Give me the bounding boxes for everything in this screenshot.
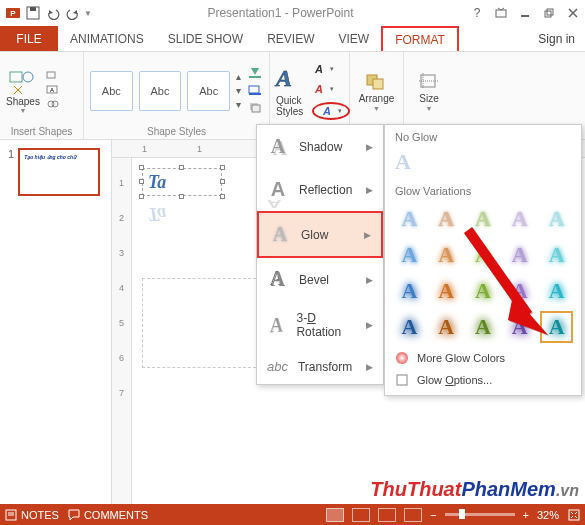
svg-text:P: P: [10, 9, 16, 18]
glow-variation[interactable]: A: [467, 311, 500, 343]
textbox-text: Ta: [142, 168, 172, 197]
menu-reflection[interactable]: AAReflection▶: [257, 168, 383, 211]
zoom-slider[interactable]: [445, 513, 515, 516]
glow-submenu: No Glow A Glow Variations AAAAAAAAAAAAAA…: [384, 124, 582, 396]
svg-rect-7: [547, 9, 553, 15]
sorter-view-icon[interactable]: [352, 508, 370, 522]
glow-options-icon: [395, 373, 409, 387]
minimize-icon[interactable]: [517, 5, 533, 21]
glow-variations-grid: AAAAAAAAAAAAAAAAAAAA: [385, 199, 581, 347]
svg-rect-19: [252, 105, 260, 112]
menu-bevel[interactable]: ABevel▶: [257, 258, 383, 301]
glow-variation[interactable]: A: [467, 239, 500, 271]
notes-button[interactable]: NOTES: [4, 508, 59, 522]
glow-variation[interactable]: A: [430, 203, 463, 235]
tab-format[interactable]: FORMAT: [381, 26, 459, 51]
glow-variation[interactable]: A: [503, 275, 536, 307]
shapes-label[interactable]: Shapes: [6, 96, 40, 107]
glow-variation[interactable]: A: [393, 203, 426, 235]
size-icon[interactable]: [418, 70, 440, 92]
zoom-out-icon[interactable]: −: [430, 509, 436, 521]
reading-view-icon[interactable]: [378, 508, 396, 522]
menu-transform[interactable]: abcTransform▶: [257, 349, 383, 384]
glow-variation[interactable]: A: [503, 311, 536, 343]
status-bar: NOTES COMMENTS − + 32%: [0, 504, 585, 525]
text-outline-icon[interactable]: A: [312, 82, 326, 96]
vertical-ruler: 1234567: [112, 158, 132, 504]
qat-dropdown-icon[interactable]: ▼: [84, 9, 92, 18]
tab-view[interactable]: VIEW: [326, 26, 381, 51]
size-label[interactable]: Size: [419, 93, 438, 104]
quick-styles-label[interactable]: Quick Styles: [276, 95, 306, 117]
glow-variation[interactable]: A: [393, 311, 426, 343]
shapes-gallery-icon[interactable]: [8, 68, 38, 96]
comments-icon: [67, 508, 81, 522]
menu-shadow[interactable]: AShadow▶: [257, 125, 383, 168]
close-icon[interactable]: [565, 5, 581, 21]
glow-variation[interactable]: A: [430, 311, 463, 343]
slide-thumbnail-1[interactable]: Tạo hiệu ứng cho chữ: [18, 148, 100, 196]
svg-rect-3: [30, 7, 36, 11]
shape-style-preset-3[interactable]: Abc: [187, 71, 230, 111]
tab-file[interactable]: FILE: [0, 26, 58, 51]
shape-style-preset-2[interactable]: Abc: [139, 71, 182, 111]
glow-variation[interactable]: A: [540, 203, 573, 235]
arrange-label[interactable]: Arrange: [359, 93, 395, 104]
gallery-more-icon[interactable]: ▾: [236, 99, 241, 110]
tab-slideshow[interactable]: SLIDE SHOW: [156, 26, 255, 51]
glow-variation[interactable]: A: [540, 311, 573, 343]
selected-textbox[interactable]: Ta Ta: [142, 168, 172, 228]
shape-outline-icon[interactable]: [247, 84, 263, 98]
edit-shape-icon[interactable]: [46, 71, 60, 83]
no-glow-option[interactable]: A: [385, 145, 581, 179]
group-shape-styles: Shape Styles: [90, 126, 263, 138]
ribbon-tabs: FILE ANIMATIONS SLIDE SHOW REVIEW VIEW F…: [0, 26, 585, 52]
merge-shapes-icon[interactable]: [46, 99, 60, 111]
notes-icon: [4, 508, 18, 522]
glow-variation[interactable]: A: [467, 275, 500, 307]
zoom-level[interactable]: 32%: [537, 509, 559, 521]
restore-icon[interactable]: [541, 5, 557, 21]
undo-icon[interactable]: [44, 4, 62, 22]
svg-rect-15: [249, 76, 261, 78]
glow-options[interactable]: Glow Options...: [385, 369, 581, 391]
arrange-icon[interactable]: [365, 70, 387, 92]
sign-in-link[interactable]: Sign in: [528, 26, 585, 51]
zoom-in-icon[interactable]: +: [523, 509, 529, 521]
tab-animations[interactable]: ANIMATIONS: [58, 26, 156, 51]
ribbon-options-icon[interactable]: [493, 5, 509, 21]
redo-icon[interactable]: [64, 4, 82, 22]
glow-variation[interactable]: A: [503, 203, 536, 235]
svg-rect-4: [496, 10, 506, 17]
tab-review[interactable]: REVIEW: [255, 26, 326, 51]
color-wheel-icon: [395, 351, 409, 365]
shape-fill-icon[interactable]: [247, 67, 263, 81]
svg-point-14: [52, 101, 58, 107]
menu-glow[interactable]: AGlow▶: [257, 211, 383, 258]
text-box-icon[interactable]: A: [46, 85, 60, 97]
glow-variation[interactable]: A: [393, 275, 426, 307]
glow-variation[interactable]: A: [393, 239, 426, 271]
normal-view-icon[interactable]: [326, 508, 344, 522]
save-icon[interactable]: [24, 4, 42, 22]
glow-variation[interactable]: A: [503, 239, 536, 271]
gallery-up-icon[interactable]: ▴: [236, 71, 241, 82]
help-icon[interactable]: ?: [469, 5, 485, 21]
gallery-down-icon[interactable]: ▾: [236, 85, 241, 96]
shape-style-preset-1[interactable]: Abc: [90, 71, 133, 111]
menu-3d-rotation[interactable]: A3-D Rotation▶: [257, 301, 383, 349]
glow-variation[interactable]: A: [540, 239, 573, 271]
glow-variation[interactable]: A: [467, 203, 500, 235]
glow-variation[interactable]: A: [430, 275, 463, 307]
more-glow-colors[interactable]: More Glow Colors: [385, 347, 581, 369]
glow-variation[interactable]: A: [540, 275, 573, 307]
slide-thumbnails-panel: 1 Tạo hiệu ứng cho chữ: [0, 140, 112, 504]
slideshow-view-icon[interactable]: [404, 508, 422, 522]
wordart-style-icon[interactable]: A: [276, 65, 306, 95]
glow-variation[interactable]: A: [430, 239, 463, 271]
text-effects-icon[interactable]: A: [320, 104, 334, 118]
text-fill-icon[interactable]: A: [312, 62, 326, 76]
comments-button[interactable]: COMMENTS: [67, 508, 148, 522]
fit-to-window-icon[interactable]: [567, 508, 581, 522]
shape-effects-icon[interactable]: [247, 101, 263, 115]
